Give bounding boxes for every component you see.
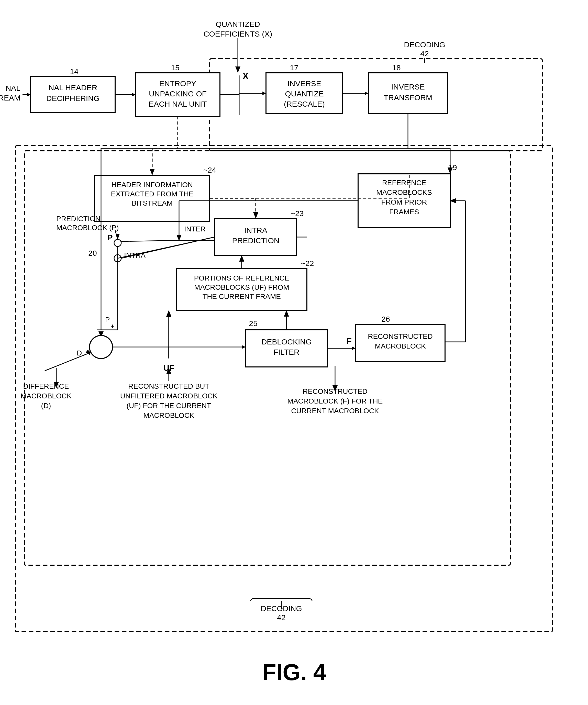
svg-text:25: 25 [249, 319, 257, 328]
svg-text:PORTIONS OF REFERENCE: PORTIONS OF REFERENCE [194, 274, 289, 282]
svg-text:MACROBLOCK: MACROBLOCK [143, 412, 194, 419]
svg-text:MACROBLOCKS: MACROBLOCKS [376, 188, 432, 196]
svg-text:TRANSFORM: TRANSFORM [383, 93, 432, 102]
svg-text:MACROBLOCKS (UF) FROM: MACROBLOCKS (UF) FROM [194, 283, 289, 291]
svg-text:26: 26 [381, 315, 390, 323]
svg-text:(D): (D) [41, 402, 51, 410]
svg-text:FILTER: FILTER [273, 348, 299, 356]
svg-marker-73 [365, 92, 368, 95]
svg-text:INTRA: INTRA [244, 226, 267, 234]
svg-text:X: X [242, 71, 248, 81]
diagram-container: NAL HEADER DECIPHERING ENTROPY UNPACKING… [0, 0, 588, 705]
svg-marker-131 [166, 311, 171, 317]
svg-text:PREDICTION: PREDICTION [56, 215, 100, 223]
svg-text:INVERSE: INVERSE [287, 79, 321, 88]
svg-text:~22: ~22 [301, 259, 314, 268]
svg-text:UNPACKING OF: UNPACKING OF [149, 90, 207, 98]
svg-marker-81 [150, 169, 155, 175]
svg-text:REFERENCE: REFERENCE [382, 179, 426, 187]
svg-text:18: 18 [392, 63, 401, 72]
svg-text:HEADER INFORMATION: HEADER INFORMATION [111, 181, 193, 189]
svg-text:RECONSTRUCTED BUT: RECONSTRUCTED BUT [128, 382, 209, 390]
svg-text:FROM PRIOR: FROM PRIOR [381, 198, 427, 206]
svg-text:RECONSTRUCTED: RECONSTRUCTED [368, 332, 433, 340]
svg-text:INTER: INTER [184, 225, 206, 233]
svg-text:DECODING: DECODING [404, 40, 445, 49]
svg-marker-67 [132, 93, 136, 96]
svg-marker-86 [253, 212, 258, 219]
svg-text:INVERSE: INVERSE [391, 83, 425, 91]
svg-text:PREDICTION: PREDICTION [232, 236, 279, 245]
svg-text:D: D [77, 349, 82, 357]
svg-marker-71 [262, 92, 266, 95]
svg-text:DIFFERENCE: DIFFERENCE [23, 382, 69, 390]
svg-text:NAL: NAL [6, 84, 20, 92]
svg-line-95 [121, 240, 179, 241]
svg-text:EACH NAL UNIT: EACH NAL UNIT [149, 100, 207, 108]
svg-marker-65 [27, 93, 31, 96]
diagram-svg: NAL HEADER DECIPHERING ENTROPY UNPACKING… [0, 0, 588, 705]
svg-text:ENTROPY: ENTROPY [159, 79, 196, 88]
svg-text:BITSTREAM: BITSTREAM [132, 199, 173, 207]
svg-text:MACROBLOCK: MACROBLOCK [20, 392, 71, 400]
svg-text:THE CURRENT FRAME: THE CURRENT FRAME [202, 292, 281, 300]
svg-text:P: P [105, 316, 110, 324]
svg-text:(UF) FOR THE CURRENT: (UF) FOR THE CURRENT [127, 402, 211, 410]
svg-text:EXTRACTED FROM THE: EXTRACTED FROM THE [111, 190, 193, 198]
svg-text:MACROBLOCK (F) FOR THE: MACROBLOCK (F) FOR THE [287, 397, 383, 405]
svg-text:14: 14 [70, 67, 78, 76]
svg-marker-114 [242, 345, 245, 349]
svg-text:17: 17 [290, 63, 298, 72]
svg-text:~24: ~24 [203, 166, 216, 174]
svg-text:DECIPHERING: DECIPHERING [46, 94, 99, 102]
svg-marker-60 [235, 66, 240, 73]
svg-text:QUANTIZE: QUANTIZE [285, 90, 324, 98]
svg-text:FRAMES: FRAMES [389, 208, 419, 216]
svg-marker-102 [116, 234, 120, 240]
svg-marker-117 [352, 346, 356, 350]
svg-point-94 [114, 239, 121, 246]
svg-text:20: 20 [88, 249, 97, 257]
svg-text:DEBLOCKING: DEBLOCKING [261, 337, 312, 346]
svg-text:15: 15 [171, 63, 179, 72]
svg-text:NAL HEADER: NAL HEADER [49, 83, 97, 92]
svg-text:42: 42 [277, 613, 285, 622]
svg-marker-92 [177, 235, 182, 241]
svg-text:CURRENT MACROBLOCK: CURRENT MACROBLOCK [291, 407, 379, 415]
svg-text:+: + [110, 322, 115, 330]
svg-text:FIG. 4: FIG. 4 [262, 659, 326, 685]
svg-text:42: 42 [420, 49, 429, 58]
svg-text:MACROBLOCK (P): MACROBLOCK (P) [56, 224, 119, 232]
svg-text:F: F [347, 336, 352, 346]
svg-text:MACROBLOCK: MACROBLOCK [375, 342, 425, 350]
svg-text:UNFILTERED MACROBLOCK: UNFILTERED MACROBLOCK [120, 392, 218, 400]
svg-text:~23: ~23 [291, 209, 304, 218]
svg-text:QUANTIZED: QUANTIZED [216, 20, 260, 29]
svg-line-128 [45, 353, 90, 371]
svg-text:BITSTREAM: BITSTREAM [0, 94, 20, 102]
svg-text:P: P [107, 233, 112, 242]
svg-text:(RESCALE): (RESCALE) [284, 100, 325, 108]
svg-text:COEFFICIENTS (X): COEFFICIENTS (X) [203, 30, 272, 38]
